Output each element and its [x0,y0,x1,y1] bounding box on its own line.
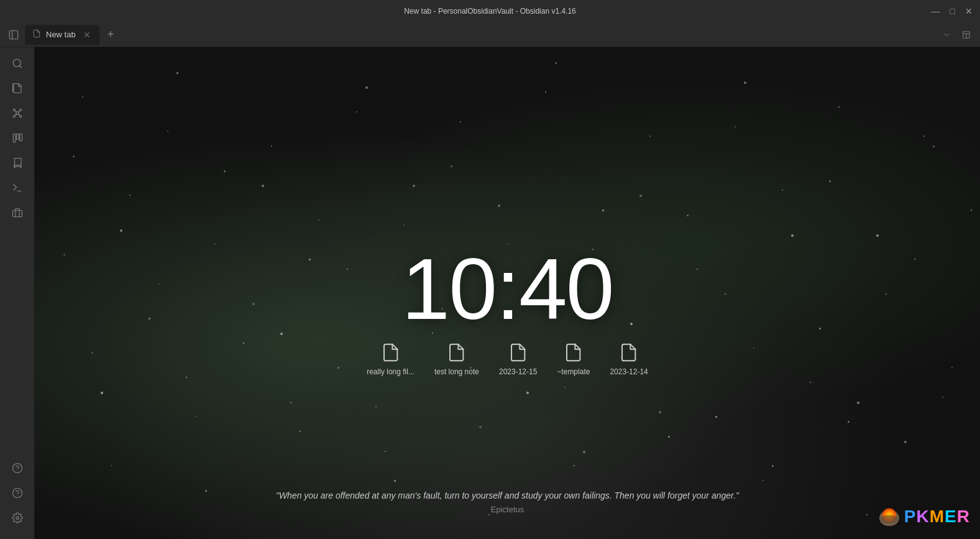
title-bar: New tab - PersonalObsidianVault - Obsidi… [0,0,980,22]
clock-time: 10:40 [401,246,613,333]
svg-point-9 [13,109,15,111]
sidebar-bottom [6,457,29,534]
pkmer-letter-k: K [917,507,930,526]
main-layout: 10:40 really long fil... [0,47,980,539]
file-name-5: 2023-12-14 [610,367,648,376]
help-circle-icon [12,463,23,474]
settings-icon [12,512,23,523]
pkmer-text: PKMER [904,507,970,527]
sidebar-item-question[interactable] [6,482,29,504]
terminal-icon [12,182,23,193]
file-name-4: ~template [557,367,590,376]
pkmer-sun-icon [877,504,902,529]
svg-point-28 [880,515,898,523]
file-icon-4 [564,343,584,362]
bookmarks-icon [12,157,23,168]
svg-rect-18 [19,134,22,141]
pkmer-letter-p: P [904,507,917,526]
svg-line-6 [19,65,21,67]
tab-file-icon [32,29,41,40]
sidebar-item-help-circle[interactable] [6,457,29,479]
quote-text: "When you are offended at any man's faul… [228,489,787,502]
window-title: New tab - PersonalObsidianVault - Obsidi… [404,7,576,16]
sidebar-item-bookmarks[interactable] [6,152,29,174]
svg-point-23 [12,489,22,498]
sidebar-item-kanban[interactable] [6,127,29,149]
content-area: 10:40 really long fil... [35,47,980,539]
maximize-button[interactable]: □ [950,7,955,16]
file-icon-5 [619,343,639,362]
sidebar-item-briefcase[interactable] [6,201,29,224]
sidebar-toggle-icon [8,29,19,40]
svg-line-13 [15,111,16,112]
quote-author: Epictetus [228,505,787,514]
window-controls: — □ ✕ [932,7,973,16]
close-button[interactable]: ✕ [965,7,973,16]
sidebar-item-terminal[interactable] [6,177,29,199]
recent-files: really long fil... test long note [367,343,648,376]
sidebar-toggle-button[interactable] [5,26,22,44]
kanban-icon [12,132,23,144]
tab-new-tab[interactable]: New tab ✕ [25,25,99,45]
files-icon [12,83,23,94]
recent-file-1[interactable]: really long fil... [367,343,414,376]
file-icon-3 [508,343,528,362]
svg-line-12 [18,111,19,112]
new-tab-button[interactable]: + [102,26,119,44]
recent-file-4[interactable]: ~template [557,343,590,376]
question-icon [12,487,23,499]
pkmer-logo: PKMER [877,504,970,529]
pkmer-letter-r: R [957,507,970,526]
svg-point-11 [13,116,15,117]
sidebar-item-settings[interactable] [6,507,29,529]
briefcase-icon [12,207,23,218]
pkmer-letter-e: E [945,507,957,526]
quote-container: "When you are offended at any man's faul… [228,489,787,514]
file-name-2: test long note [434,367,479,376]
svg-line-14 [18,114,19,116]
tab-bar-right [938,26,975,44]
tab-bar: New tab ✕ + [0,22,980,47]
graph-icon [12,108,23,119]
file-icon-1 [381,343,401,362]
recent-file-3[interactable]: 2023-12-15 [499,343,537,376]
svg-line-15 [15,114,16,116]
svg-rect-16 [13,134,16,142]
file-icon-2 [447,343,467,362]
svg-point-8 [19,109,21,111]
tab-dropdown-button[interactable] [938,26,955,44]
svg-point-21 [12,464,22,473]
sidebar-item-graph[interactable] [6,102,29,124]
tab-close-button[interactable]: ✕ [82,29,92,41]
svg-rect-0 [9,30,18,39]
svg-rect-17 [16,134,19,139]
search-icon [12,58,23,69]
svg-point-25 [16,517,19,520]
recent-file-5[interactable]: 2023-12-14 [610,343,648,376]
pkmer-letter-m: M [930,507,945,526]
recent-file-2[interactable]: test long note [434,343,479,376]
layout-button[interactable] [958,26,975,44]
tab-label: New tab [46,30,76,39]
minimize-button[interactable]: — [932,7,940,16]
chevron-down-icon [942,30,951,39]
file-name-3: 2023-12-15 [499,367,537,376]
svg-point-10 [19,116,21,117]
sidebar-item-files[interactable] [6,77,29,99]
left-sidebar [0,47,35,539]
file-name-1: really long fil... [367,367,414,376]
clock-container: 10:40 [401,246,613,333]
sidebar-item-search[interactable] [6,52,29,75]
layout-icon [962,30,971,39]
svg-rect-20 [12,210,22,217]
